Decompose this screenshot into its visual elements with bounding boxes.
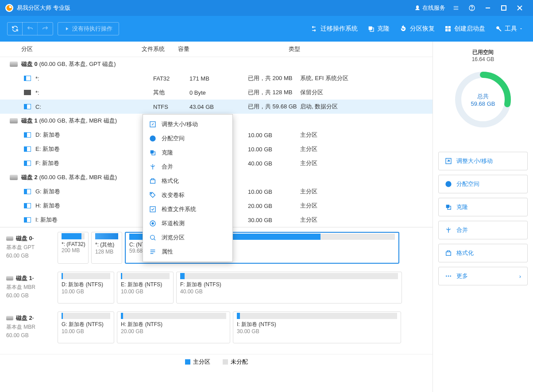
- hdd-icon: [10, 61, 18, 67]
- partition-icon: [24, 217, 31, 223]
- sidebar-actions: 调整大小/移动 分配空间 克隆 合并 格式化 更多›: [438, 152, 528, 285]
- redo-button[interactable]: [38, 22, 53, 35]
- menu-relabel[interactable]: 改变卷标: [143, 188, 232, 202]
- hdd-icon: [6, 276, 13, 281]
- chevron-right-icon: ›: [519, 273, 521, 280]
- create-bootdisk-button[interactable]: 创建启动盘: [444, 25, 485, 33]
- svg-point-2: [471, 9, 472, 10]
- partition-row[interactable]: *:FAT32171 MB已用，共 200 MB系统, EFI 系统分区: [0, 71, 433, 85]
- partition-bar[interactable]: F: 新加卷 (NTFS)40.00 GB: [176, 272, 402, 304]
- partition-bar[interactable]: H: 新加卷 (NTFS)20.00 GB: [117, 311, 230, 343]
- partition-icon: [24, 161, 31, 166]
- menu-allocate[interactable]: 分配空间: [143, 131, 232, 146]
- partition-icon: [24, 189, 31, 194]
- help-icon[interactable]: [464, 0, 480, 16]
- hdd-icon: [6, 316, 13, 320]
- partition-icon: [24, 104, 31, 109]
- svg-point-30: [151, 235, 154, 239]
- online-service-button[interactable]: 在线服务: [414, 4, 445, 12]
- col-partition: 分区: [21, 45, 142, 53]
- toolbar: 没有待执行操作 迁移操作系统 克隆 分区恢复 创建启动盘 工具: [0, 16, 533, 42]
- partition-row[interactable]: *:其他0 Byte已用，共 128 MB保留分区: [0, 85, 433, 100]
- partition-icon: [24, 132, 31, 138]
- disk-row[interactable]: 磁盘 0 (60.00 GB, 基本盘, GPT 磁盘): [0, 57, 433, 71]
- partition-bar[interactable]: D: 新加卷 (NTFS)10.00 GB: [58, 272, 114, 304]
- col-fs: 文件系统: [142, 45, 178, 53]
- action-allocate[interactable]: 分配空间: [438, 175, 528, 193]
- hdd-icon: [6, 236, 13, 241]
- svg-rect-11: [445, 29, 448, 31]
- menu-badsector[interactable]: 坏道检测: [143, 216, 232, 231]
- tools-dropdown[interactable]: 工具: [495, 25, 526, 33]
- maximize-button[interactable]: [496, 0, 512, 16]
- usage-donut: 总共 59.68 GB: [452, 69, 514, 131]
- disk-map: 磁盘 2·基本盘 MBR60.00 GBG: 新加卷 (NTFS)10.00 G…: [6, 311, 426, 343]
- svg-rect-25: [151, 180, 155, 183]
- action-more[interactable]: 更多›: [438, 267, 528, 285]
- partition-icon: [24, 203, 31, 208]
- legend-primary-swatch: [185, 359, 190, 365]
- partition-icon: [24, 146, 31, 152]
- svg-point-26: [151, 193, 152, 194]
- svg-point-19: [446, 276, 447, 277]
- menu-resize[interactable]: 调整大小/移动: [143, 117, 232, 131]
- svg-point-29: [152, 223, 154, 224]
- context-menu: 调整大小/移动 分配空间 克隆 合并 格式化 改变卷标 检查文件系统 坏道检测 …: [143, 114, 233, 262]
- disk-map: 磁盘 1·基本盘 MBR60.00 GBD: 新加卷 (NTFS)10.00 G…: [6, 272, 426, 304]
- pending-ops: 没有待执行操作: [58, 22, 119, 35]
- menu-checkfs[interactable]: 检查文件系统: [143, 202, 232, 216]
- legend-unalloc-swatch: [223, 359, 228, 365]
- total-label: 总共: [471, 92, 495, 100]
- partition-row[interactable]: C:NTFS43.04 GB已用，共 59.68 GB启动, 数据分区: [0, 100, 433, 114]
- legend: 主分区 未分配: [0, 354, 433, 369]
- col-type: 类型: [289, 45, 433, 53]
- op-group: [7, 22, 53, 35]
- col-capacity: 容量: [178, 45, 289, 53]
- partition-icon: [24, 90, 31, 95]
- undo-button[interactable]: [23, 22, 38, 35]
- refresh-button[interactable]: [8, 22, 23, 35]
- hdd-icon: [10, 175, 18, 180]
- hdd-icon: [10, 118, 18, 123]
- svg-point-20: [448, 276, 449, 277]
- svg-rect-9: [445, 26, 448, 28]
- app-title: 易我分区大师 专业版: [17, 4, 70, 12]
- column-headers: 分区 文件系统 容量 类型: [0, 42, 433, 57]
- svg-rect-18: [446, 252, 451, 255]
- menu-props[interactable]: 属性: [143, 245, 232, 259]
- used-value: 16.64 GB: [438, 56, 528, 62]
- menu-format[interactable]: 格式化: [143, 174, 232, 188]
- minimize-button[interactable]: [480, 0, 496, 16]
- partition-bar[interactable]: E: 新加卷 (NTFS)10.00 GB: [117, 272, 174, 304]
- partition-recover-button[interactable]: 分区恢复: [399, 25, 435, 33]
- total-value: 59.68 GB: [471, 100, 495, 107]
- menu-browse[interactable]: 浏览分区: [143, 231, 232, 245]
- svg-rect-10: [448, 26, 451, 28]
- svg-rect-4: [502, 6, 506, 10]
- action-resize[interactable]: 调整大小/移动: [438, 152, 528, 170]
- svg-rect-27: [150, 207, 155, 212]
- svg-rect-12: [448, 29, 451, 31]
- menu-icon[interactable]: [448, 0, 464, 16]
- svg-point-21: [450, 276, 451, 277]
- used-label: 已用空间: [438, 49, 528, 56]
- app-logo: [5, 4, 13, 12]
- partition-bar[interactable]: *: (FAT32)200 MB: [58, 232, 89, 264]
- partition-bar[interactable]: I: 新加卷 (NTFS)30.00 GB: [233, 311, 401, 343]
- partition-bar[interactable]: *: (其他)128 MB: [91, 232, 122, 264]
- titlebar: 易我分区大师 专业版 在线服务: [0, 0, 533, 16]
- partition-icon: [24, 76, 31, 81]
- clone-button[interactable]: 克隆: [367, 25, 390, 33]
- close-button[interactable]: [512, 0, 528, 16]
- action-format[interactable]: 格式化: [438, 244, 528, 262]
- action-clone[interactable]: 克隆: [438, 198, 528, 216]
- sidebar: 已用空间 16.64 GB 总共 59.68 GB 调整大小/移动 分配空间 克…: [433, 42, 533, 392]
- partition-bar[interactable]: G: 新加卷 (NTFS)10.00 GB: [58, 311, 114, 343]
- migrate-os-button[interactable]: 迁移操作系统: [310, 25, 358, 33]
- menu-merge[interactable]: 合并: [143, 160, 232, 174]
- action-merge[interactable]: 合并: [438, 221, 528, 239]
- menu-clone[interactable]: 克隆: [143, 146, 232, 160]
